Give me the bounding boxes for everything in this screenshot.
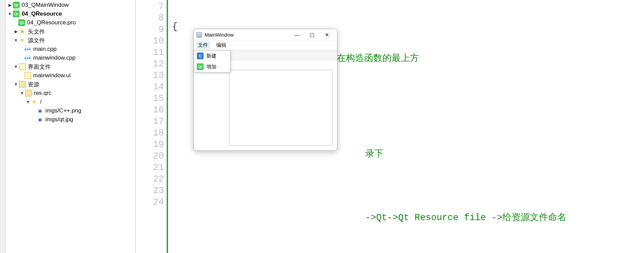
chevron-right-icon[interactable]: ▶ (7, 3, 12, 7)
minimize-button[interactable]: — (290, 30, 305, 40)
resource-prefix[interactable]: ▼ 📁 / (0, 98, 135, 106)
cpp-file-icon: c++ (24, 46, 31, 52)
action-label: 新建 (206, 53, 216, 59)
prefix-label: / (40, 99, 42, 105)
file-menu-dropdown[interactable]: C 新建 Qt 增加 (194, 50, 230, 72)
line-number: 9 (136, 24, 164, 35)
line-number: 10 (136, 35, 164, 47)
line-number: 15 (136, 93, 164, 104)
file-name: res.qrc (34, 90, 51, 97)
file-name: imgs/qt.jpg (45, 116, 73, 123)
image-file-icon: ▣ (37, 107, 43, 114)
source-folder-icon: 📁 (19, 37, 26, 44)
line-number: 24 (136, 196, 164, 208)
chevron-down-icon[interactable]: ▼ (26, 100, 30, 104)
line-number: 13 (136, 70, 164, 81)
qt-pro-icon: Qt (18, 19, 25, 26)
line-number: 16 (136, 104, 164, 116)
line-number: 20 (136, 150, 164, 162)
chevron-down-icon[interactable]: ▼ (7, 12, 12, 16)
forms-group[interactable]: ▼ 界面文件 (0, 62, 135, 71)
headers-group[interactable]: ▶ h 头文件 (0, 27, 135, 36)
resource-item[interactable]: ▣ imgs/C++.png (0, 106, 135, 115)
line-number: 19 (136, 139, 164, 150)
running-app-window[interactable]: MainWindow — ▢ ✕ 文件 编辑 C 新建 Qt 增加 (193, 29, 337, 151)
ui-folder-icon (19, 63, 26, 70)
chevron-down-icon[interactable]: ▼ (14, 82, 18, 87)
header-folder-icon: h (19, 28, 26, 35)
resource-item[interactable]: ▣ imgs/qt.jpg (0, 115, 135, 124)
qrc-file-icon (25, 90, 32, 97)
menu-edit[interactable]: 编辑 (214, 41, 228, 49)
line-number: 17 (136, 116, 164, 127)
line-number: 11 (136, 47, 164, 58)
file-name: 04_QResource.pro (27, 19, 76, 26)
file-name: mainwindow.cpp (33, 55, 76, 61)
qt-project-icon: Qt (13, 2, 20, 8)
menu-action-add[interactable]: Qt 增加 (194, 61, 230, 72)
line-number: 18 (136, 127, 164, 139)
central-widget (194, 60, 337, 150)
project-node-collapsed[interactable]: ▶ Qt 03_QMainWindow (0, 1, 135, 9)
project-name: 03_QMainWindow (22, 2, 69, 8)
line-number: 14 (136, 81, 164, 93)
chevron-down-icon[interactable]: ▼ (14, 38, 18, 43)
line-number: 8 (136, 12, 164, 24)
chevron-down-icon[interactable]: ▼ (14, 64, 18, 69)
code-comment: 录下 (365, 149, 383, 159)
folder-icon: 📁 (31, 99, 38, 105)
line-number: 21 (136, 162, 164, 173)
menu-action-new[interactable]: C 新建 (194, 50, 230, 61)
ui-file[interactable]: mainwindow.ui (0, 71, 135, 80)
window-titlebar[interactable]: MainWindow — ▢ ✕ (194, 29, 337, 41)
file-name: imgs/C++.png (45, 107, 81, 114)
group-label: 资源 (28, 81, 39, 88)
line-number: 22 (136, 173, 164, 185)
qt-project-icon: Qt (13, 10, 20, 17)
qrc-file[interactable]: ▼ res.qrc (0, 89, 135, 98)
group-label: 源文件 (28, 37, 45, 44)
line-number: 7 (136, 1, 164, 12)
menubar[interactable]: 文件 编辑 (194, 41, 337, 50)
source-file[interactable]: c++ main.cpp (0, 45, 135, 54)
action-label: 增加 (206, 64, 216, 70)
qt-icon: Qt (197, 63, 204, 70)
brace-open: { (172, 22, 178, 32)
resources-icon (19, 81, 26, 88)
maximize-button[interactable]: ▢ (305, 30, 319, 40)
window-icon (196, 32, 202, 38)
text-edit-widget[interactable] (229, 70, 332, 146)
pro-file-node[interactable]: Qt 04_QResource.pro (0, 18, 135, 27)
chevron-right-icon[interactable]: ▶ (14, 29, 18, 34)
close-button[interactable]: ✕ (319, 30, 334, 40)
file-name: mainwindow.ui (33, 72, 71, 79)
group-label: 界面文件 (28, 63, 51, 71)
source-file[interactable]: c++ mainwindow.cpp (0, 54, 135, 62)
cpp-file-icon: c++ (24, 55, 31, 61)
image-file-icon: ▣ (37, 116, 43, 123)
line-number: 23 (136, 185, 164, 196)
menu-file[interactable]: 文件 (196, 41, 210, 49)
code-comment: ->Qt->Qt Resource file ->给资源文件命名 (365, 213, 566, 223)
cpp-icon: C (197, 52, 204, 59)
line-number-gutter: 7 8 9 10 11 12 13 14 15 16 17 18 19 20 2… (136, 0, 168, 253)
window-title: MainWindow (205, 32, 290, 38)
group-label: 头文件 (28, 28, 45, 36)
ui-file-icon (24, 72, 31, 79)
chevron-down-icon[interactable]: ▼ (20, 91, 24, 96)
line-number: 12 (136, 58, 164, 70)
file-name: main.cpp (33, 46, 57, 52)
project-tree[interactable]: ▶ Qt 03_QMainWindow ▼ Qt 04_QResource Qt… (0, 0, 136, 253)
sources-group[interactable]: ▼ 📁 源文件 (0, 36, 135, 45)
project-node-expanded[interactable]: ▼ Qt 04_QResource (0, 9, 135, 18)
project-name: 04_QResource (22, 10, 62, 17)
resources-group[interactable]: ▼ 资源 (0, 80, 135, 89)
